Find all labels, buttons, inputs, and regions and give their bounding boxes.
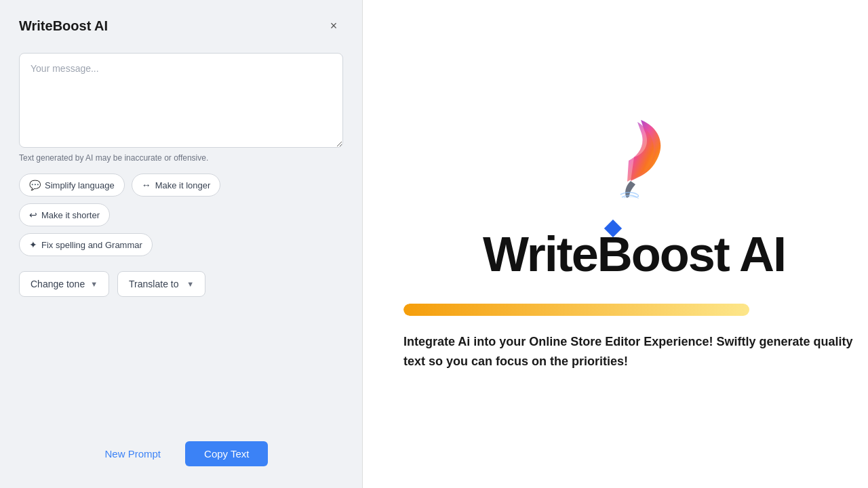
fix-spelling-label: Fix spelling and Grammar: [41, 240, 142, 250]
chevron-down-icon: ▼: [90, 280, 98, 288]
disclaimer-text: Text generated by AI may be inaccurate o…: [19, 153, 343, 163]
footer-buttons: New Prompt Copy Text: [19, 441, 343, 472]
new-prompt-button[interactable]: New Prompt: [94, 441, 172, 466]
copy-text-button[interactable]: Copy Text: [185, 441, 268, 466]
chat-icon: 💬: [29, 180, 41, 190]
brand-title-area: WriteB◆oost AI: [483, 221, 785, 282]
action-row-2: ↩ Make it shorter: [19, 203, 343, 226]
simplify-label: Simplify language: [45, 180, 115, 190]
make-shorter-label: Make it shorter: [41, 210, 100, 220]
feather-logo-icon: [600, 117, 668, 205]
simplify-language-button[interactable]: 💬 Simplify language: [19, 174, 125, 197]
progress-bar-fill: [403, 304, 749, 316]
translate-to-label: Translate to: [129, 279, 178, 289]
compress-icon: ↩: [29, 209, 37, 220]
make-longer-label: Make it longer: [155, 180, 211, 190]
panel-body: Text generated by AI may be inaccurate o…: [0, 47, 362, 488]
make-longer-button[interactable]: ↔ Make it longer: [132, 174, 221, 197]
right-panel: WriteB◆oost AI Integrate Ai into your On…: [363, 0, 868, 488]
brand-title: WriteB◆oost AI: [483, 226, 785, 282]
panel-header: WriteBoost AI ×: [0, 0, 362, 47]
fix-spelling-button[interactable]: ✦ Fix spelling and Grammar: [19, 233, 153, 256]
logo-area: [600, 117, 668, 205]
make-shorter-button[interactable]: ↩ Make it shorter: [19, 203, 110, 226]
change-tone-dropdown[interactable]: Change tone ▼: [19, 271, 109, 297]
action-buttons-group: 💬 Simplify language ↔ Make it longer ↩ M…: [19, 174, 343, 256]
chevron-down-icon-2: ▼: [186, 280, 194, 288]
description-text: Integrate Ai into your Online Store Edit…: [403, 332, 865, 371]
message-input[interactable]: [19, 53, 343, 148]
left-panel: WriteBoost AI × Text generated by AI may…: [0, 0, 363, 488]
change-tone-label: Change tone: [31, 279, 85, 289]
progress-bar-container: [403, 304, 865, 316]
action-row-3: ✦ Fix spelling and Grammar: [19, 233, 343, 256]
dropdown-row: Change tone ▼ Translate to ▼: [19, 271, 343, 297]
action-row-1: 💬 Simplify language ↔ Make it longer: [19, 174, 343, 197]
sparkle-icon: ✦: [29, 239, 37, 250]
expand-icon: ↔: [142, 180, 151, 190]
translate-to-dropdown[interactable]: Translate to ▼: [117, 271, 205, 297]
panel-title: WriteBoost AI: [19, 18, 108, 34]
close-button[interactable]: ×: [324, 16, 343, 35]
